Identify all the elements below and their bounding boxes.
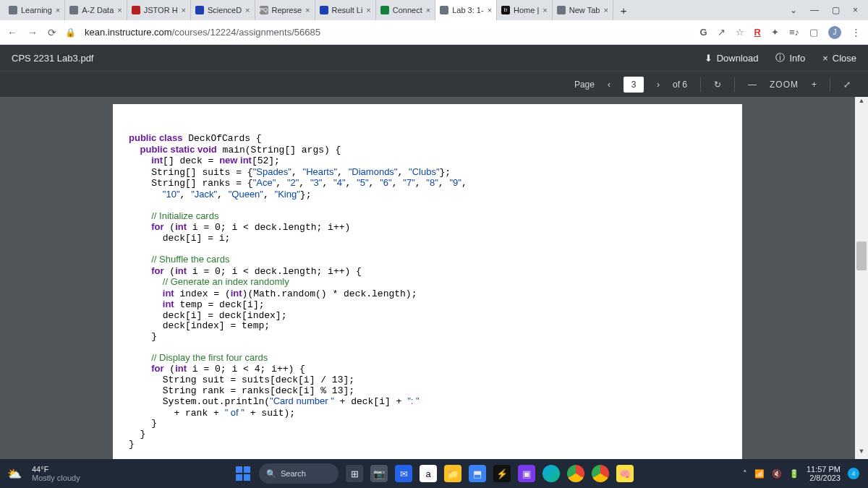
chrome-app-icon[interactable]: [567, 465, 584, 482]
clock[interactable]: 11:57 PM 2/8/2023: [807, 465, 841, 482]
tab-4[interactable]: PQReprese×: [255, 0, 315, 20]
tab-label: Learning: [21, 6, 52, 14]
tab-label: A-Z Data: [82, 6, 114, 14]
pdf-header: CPS 2231 Lab3.pdf ⬇Download ⓘInfo ×Close: [0, 45, 868, 71]
taskbar-search[interactable]: 🔍Search: [259, 463, 339, 484]
weather-cond: Mostly cloudy: [32, 474, 80, 482]
windows-taskbar: ⛅ 44°F Mostly cloudy 🔍Search ⊞ 📷 ✉ a 📁 ⬒…: [0, 459, 868, 488]
extension-icon[interactable]: ✦: [771, 27, 779, 38]
clock-date: 2/8/2023: [807, 474, 841, 482]
notification-icon[interactable]: 4: [848, 468, 859, 479]
info-icon: ⓘ: [775, 51, 785, 64]
menu-icon[interactable]: ⋮: [851, 27, 861, 38]
page-input[interactable]: [624, 77, 644, 93]
tab-7[interactable]: Lab 3: 1-×: [435, 0, 497, 20]
minimize-icon[interactable]: —: [810, 5, 819, 15]
pdf-title: CPS 2231 Lab3.pdf: [12, 53, 687, 64]
weather-widget[interactable]: 44°F Mostly cloudy: [32, 465, 80, 482]
address-bar[interactable]: kean.instructure.com/courses/12224/assig…: [85, 27, 691, 38]
download-button[interactable]: ⬇Download: [705, 53, 759, 64]
tab-label: Connect: [393, 6, 422, 14]
info-button[interactable]: ⓘInfo: [775, 51, 805, 64]
reload-icon[interactable]: ⟳: [48, 27, 56, 38]
pdf-viewport[interactable]: public class DeckOfCards { public static…: [0, 97, 855, 459]
url-host: kean.instructure.com: [85, 27, 172, 38]
panel-icon[interactable]: ▢: [809, 27, 818, 38]
tab-2[interactable]: JSTOR H×: [127, 0, 191, 20]
close-icon[interactable]: ×: [305, 6, 310, 14]
app-icon[interactable]: ⚡: [493, 465, 511, 482]
tab-0[interactable]: Learning×: [4, 0, 65, 20]
close-icon[interactable]: ×: [426, 6, 430, 14]
url-path: /courses/12224/assignments/56685: [172, 27, 320, 38]
scroll-up-icon[interactable]: ▲: [855, 97, 868, 108]
prev-page-icon[interactable]: ‹: [608, 80, 610, 90]
profile-avatar[interactable]: J: [828, 26, 841, 39]
zoom-label: ZOOM: [770, 80, 799, 90]
mail-app-icon[interactable]: ✉: [395, 465, 412, 482]
close-icon[interactable]: ×: [245, 6, 250, 14]
chevron-down-icon[interactable]: ⌄: [790, 5, 797, 15]
browser-toolbar: ← → ⟳ 🔒 kean.instructure.com/courses/122…: [0, 20, 868, 45]
volume-icon[interactable]: 🔇: [772, 469, 782, 479]
explorer-app-icon[interactable]: 📁: [444, 465, 461, 482]
close-icon[interactable]: ×: [366, 6, 370, 14]
scroll-thumb[interactable]: [856, 241, 867, 270]
tab-6[interactable]: Connect×: [376, 0, 435, 20]
forward-icon[interactable]: →: [27, 27, 38, 38]
tab-1[interactable]: A-Z Data×: [65, 0, 127, 20]
divider: [830, 77, 830, 92]
next-page-icon[interactable]: ›: [657, 80, 660, 90]
pdf-page: public class DeckOfCards { public static…: [113, 104, 742, 459]
zoom-out-icon[interactable]: —: [748, 80, 757, 90]
close-window-icon[interactable]: ×: [853, 5, 858, 15]
reload-pdf-icon[interactable]: ↻: [714, 80, 721, 90]
fullscreen-icon[interactable]: ⤢: [843, 80, 851, 90]
share-icon[interactable]: ↗: [718, 27, 726, 38]
task-view-icon[interactable]: ⊞: [346, 465, 363, 482]
star-icon[interactable]: ☆: [736, 27, 744, 38]
close-icon[interactable]: ×: [56, 6, 60, 14]
chevron-up-icon[interactable]: ˄: [743, 469, 747, 479]
tab-9[interactable]: New Tab×: [553, 0, 613, 20]
wifi-icon[interactable]: 📶: [754, 469, 765, 479]
page-total: of 6: [673, 80, 687, 90]
edge-app-icon[interactable]: [542, 465, 560, 482]
tab-label: ScienceD: [208, 6, 242, 14]
tab-label: Lab 3: 1-: [452, 6, 483, 14]
start-button[interactable]: [234, 465, 252, 482]
battery-icon[interactable]: 🔋: [789, 469, 799, 479]
pdf-toolbar: Page ‹ › of 6 ↻ — ZOOM + ⤢: [0, 71, 868, 97]
tab-3[interactable]: ScienceD×: [191, 0, 255, 20]
tab-label: New Tab: [569, 6, 600, 14]
clock-time: 11:57 PM: [807, 465, 841, 474]
close-icon[interactable]: ×: [603, 6, 608, 14]
pdf-scrollbar[interactable]: ▲ ▼: [855, 97, 868, 459]
r-icon[interactable]: R: [754, 27, 761, 38]
close-icon[interactable]: ×: [488, 6, 492, 14]
download-icon: ⬇: [705, 53, 712, 64]
tab-5[interactable]: Result Li×: [315, 0, 376, 20]
tab-label: Home |: [514, 6, 539, 14]
camera-app-icon[interactable]: 📷: [370, 465, 388, 482]
scroll-down-icon[interactable]: ▼: [855, 448, 868, 459]
page-label: Page: [574, 80, 595, 90]
chrome-app-icon[interactable]: [592, 465, 609, 482]
lock-icon[interactable]: 🔒: [65, 27, 76, 38]
close-icon[interactable]: ×: [182, 6, 186, 14]
google-icon[interactable]: G: [699, 27, 707, 38]
maximize-icon[interactable]: ▢: [832, 5, 840, 15]
app-icon[interactable]: ▣: [518, 465, 535, 482]
weather-icon[interactable]: ⛅: [7, 467, 22, 481]
close-icon[interactable]: ×: [542, 6, 547, 14]
back-icon[interactable]: ←: [7, 27, 17, 38]
dropbox-app-icon[interactable]: ⬒: [469, 465, 486, 482]
zoom-in-icon[interactable]: +: [812, 80, 817, 90]
app-icon[interactable]: 🧠: [616, 465, 634, 482]
new-tab-button[interactable]: +: [613, 4, 634, 17]
close-icon[interactable]: ×: [117, 6, 122, 14]
playlist-icon[interactable]: ≡♪: [789, 27, 799, 38]
amazon-app-icon[interactable]: a: [420, 465, 437, 482]
close-button[interactable]: ×Close: [822, 53, 856, 64]
tab-8[interactable]: bHome |×: [497, 0, 553, 20]
